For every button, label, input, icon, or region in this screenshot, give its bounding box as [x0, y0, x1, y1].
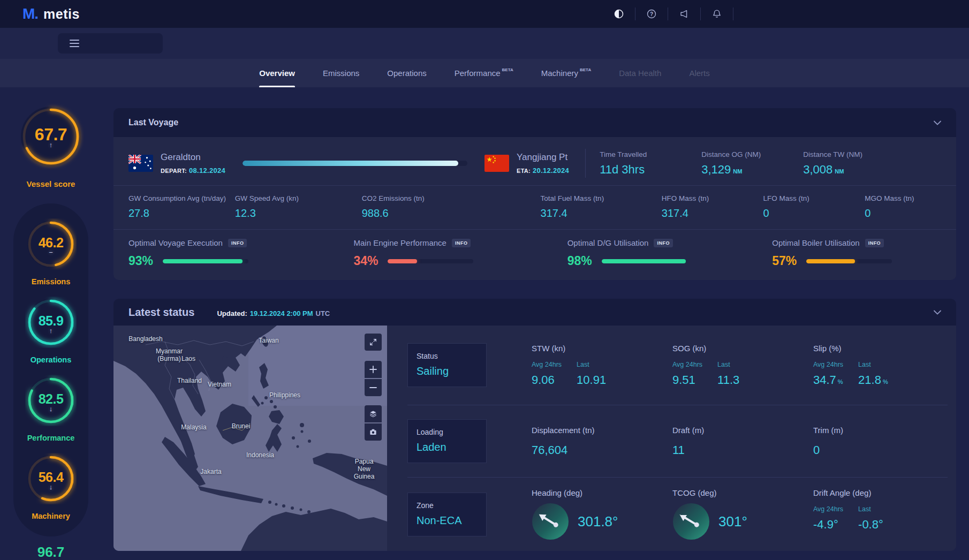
stat-stw: STW (kn) Avg 24hrs9.06 Last10.91 [532, 344, 672, 387]
metis-logo[interactable]: M. metis [22, 5, 80, 22]
vessel-position-map[interactable]: BangladeshMyanmar (Burma)LaosThailandVie… [113, 326, 387, 551]
panel-title: Last Voyage [128, 118, 178, 127]
eta-date: 20.12.2024 [533, 167, 569, 175]
main-content: Last Voyage [102, 87, 969, 560]
info-badge[interactable]: INFO [452, 239, 471, 247]
avg-value: 34.7 [813, 373, 836, 387]
map-layers-button[interactable] [365, 405, 382, 422]
updated-value: 19.12.2024 2:00 PM [250, 309, 313, 317]
question-icon: ? [646, 8, 657, 20]
announcements-button[interactable] [668, 5, 700, 22]
box-value: Laden [417, 441, 478, 453]
metric-gw-speed: GW Speed Avg (kn)12.3 [235, 194, 362, 220]
collapse-chevron-icon[interactable] [934, 310, 941, 315]
hamburger-icon [70, 40, 79, 47]
status-row-speed: Status Sailing STW (kn) Avg 24hrs9.06 La… [407, 326, 948, 405]
kpi-bar [163, 259, 248, 263]
gauge-emissions: 46.2 − Emissions [25, 218, 77, 286]
metric-lfo: LFO Mass (tn)0 [763, 194, 865, 220]
map-label: Vietnam [208, 381, 231, 388]
metric-label: Total Fuel Mass (tn) [541, 194, 662, 202]
box-value: Non-ECA [417, 514, 478, 527]
logo-mark: M [22, 5, 34, 22]
stat-label: TCOG (deg) [672, 488, 813, 497]
heading-value: 301.8° [578, 513, 618, 530]
map-label: Bangladesh [128, 335, 162, 343]
kpi-main-engine-performance: Main Engine PerformanceINFO 34% [353, 238, 567, 268]
gauge-machinery: 56.4 ↓ Machinery [25, 453, 77, 520]
stat-slip: Slip (%) Avg 24hrs34.7% Last21.8% [813, 344, 948, 387]
tab-performance[interactable]: PerformanceBETA [455, 59, 513, 87]
info-badge[interactable]: INFO [228, 239, 247, 247]
stat-unit: NM [835, 168, 844, 175]
metric-gw-consumption: GW Consumption Avg (tn/day)27.8 [128, 194, 235, 220]
stat-value: 3,008 [803, 163, 832, 176]
kpi-value: 57% [772, 254, 806, 268]
avg-label: Avg 24hrs [813, 361, 843, 368]
gauge-performance: 82.5 ↓ Performance [25, 375, 77, 442]
stat-trim: Trim (m) 0 [813, 426, 948, 457]
map-zoom-out-button[interactable] [365, 379, 382, 396]
kpi-label: Optimal Boiler Utilisation [772, 238, 859, 247]
kpi-value: 93% [128, 254, 163, 268]
gauge-label: Performance [27, 434, 75, 442]
avg-value: 9.06 [532, 373, 562, 387]
heading-compass-icon [532, 503, 569, 540]
stat-label: Distance TW (NM) [803, 150, 905, 158]
tab-label: Alerts [689, 69, 709, 78]
box-label: Status [417, 352, 478, 360]
beta-badge: BETA [580, 67, 591, 72]
info-badge[interactable]: INFO [865, 239, 884, 247]
logo-dot: . [34, 5, 39, 22]
last-label: Last [858, 505, 883, 513]
tab-machinery[interactable]: MachineryBETA [541, 59, 591, 87]
stat-label: Trim (m) [813, 426, 948, 435]
help-button[interactable]: ? [635, 5, 668, 22]
map-screenshot-button[interactable] [365, 423, 382, 441]
theme-toggle-button[interactable] [603, 5, 635, 22]
top-navbar: M. metis ? [0, 0, 969, 28]
last-value: -0.8° [858, 518, 883, 532]
last-voyage-panel: Last Voyage [113, 108, 956, 280]
last-voyage-header[interactable]: Last Voyage [113, 108, 956, 137]
destination-name: Yangjiang Pt [517, 152, 569, 163]
tab-data-health[interactable]: Data Health [619, 59, 661, 87]
map-label: Papua New Guinea [350, 458, 378, 480]
trend-indicator: ↑ [49, 327, 53, 335]
tab-emissions[interactable]: Emissions [323, 59, 359, 87]
status-box: Status Sailing [407, 343, 487, 387]
logo-text: metis [43, 6, 80, 22]
map-label: Malaysia [181, 423, 206, 431]
kpi-label: Optimal D/G Utilisation [567, 238, 649, 247]
stat-draft: Draft (m) 11 [672, 426, 813, 457]
kpi-boiler-utilisation: Optimal Boiler UtilisationINFO 57% [772, 238, 941, 268]
divider [733, 7, 733, 20]
tab-operations[interactable]: Operations [387, 59, 426, 87]
map-zoom-in-button[interactable] [365, 361, 382, 378]
stat-value: 3,129 [701, 163, 731, 176]
map-expand-button[interactable] [365, 334, 382, 351]
notifications-button[interactable] [701, 5, 733, 22]
metric-label: CO2 Emissions (tn) [362, 194, 541, 202]
metric-label: GW Speed Avg (kn) [235, 194, 362, 202]
box-value: Sailing [417, 365, 478, 377]
stat-label: Slip (%) [813, 344, 948, 353]
tab-overview[interactable]: Overview [259, 59, 295, 87]
voyage-progress-fill [243, 161, 458, 166]
gauge-vessel-score: 67.7 ↑ Vessel score [18, 103, 84, 188]
vessel-menu-toggle[interactable] [58, 33, 163, 54]
tab-label: Emissions [323, 69, 359, 78]
collapse-chevron-icon[interactable] [934, 120, 941, 125]
latest-status-header[interactable]: Latest status Updated:19.12.2024 2:00 PM… [113, 299, 956, 326]
kpi-value: 98% [567, 254, 602, 268]
info-badge[interactable]: INFO [654, 239, 673, 247]
stat-label: Draft (m) [672, 426, 813, 435]
stat-value: 0 [813, 443, 948, 457]
metric-label: GW Consumption Avg (tn/day) [128, 194, 235, 202]
tab-alerts[interactable]: Alerts [689, 59, 709, 87]
map-label: Taiwan [259, 337, 278, 344]
map-label: Philippines [269, 391, 300, 399]
gauge-label: Emissions [32, 277, 71, 286]
kpi-bar [806, 259, 892, 263]
unit: % [838, 379, 843, 385]
